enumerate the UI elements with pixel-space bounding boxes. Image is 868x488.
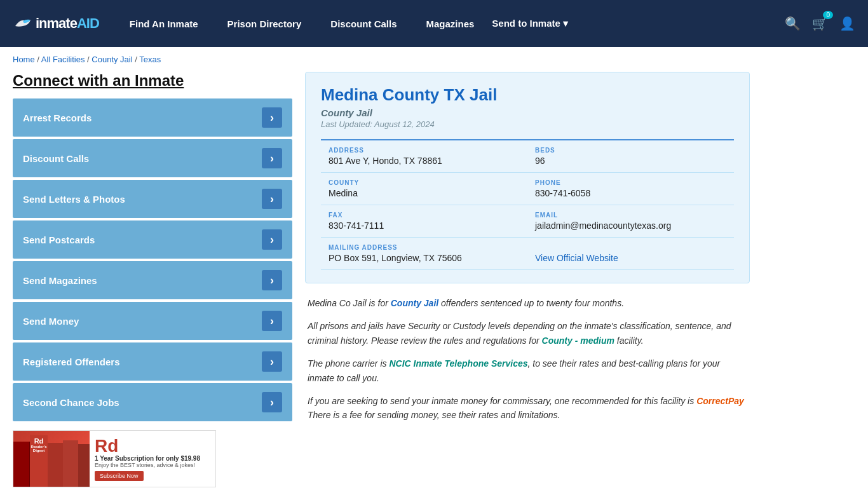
email-label: EMAIL bbox=[535, 212, 726, 219]
nav-find-inmate[interactable]: Find An Inmate bbox=[118, 18, 210, 29]
county-value: Medina bbox=[329, 188, 520, 198]
fax-cell: FAX 830-741-7111 bbox=[321, 205, 527, 238]
arrow-icon-arrest: › bbox=[262, 107, 282, 128]
sidebar-label-send-letters: Send Letters & Photos bbox=[23, 194, 125, 205]
phone-cell: PHONE 830-741-6058 bbox=[527, 173, 734, 205]
desc-para-1: Medina Co Jail is for County Jail offend… bbox=[308, 296, 747, 310]
arrow-icon-second-chance: › bbox=[262, 392, 282, 412]
website-cell: View Official Website bbox=[527, 238, 734, 270]
fax-value: 830-741-7111 bbox=[329, 220, 520, 231]
email-cell: EMAIL jailadmin@medinacountytexas.org bbox=[527, 205, 734, 238]
logo[interactable]: inmateAID bbox=[13, 15, 99, 32]
main-container: Connect with an Inmate Arrest Records › … bbox=[0, 72, 763, 488]
sidebar-title: Connect with an Inmate bbox=[13, 72, 292, 90]
mailing-cell: MAILING ADDRESS PO Box 591, Longview, TX… bbox=[321, 238, 527, 270]
fax-label: FAX bbox=[329, 212, 520, 219]
arrow-icon-postcards: › bbox=[262, 229, 282, 250]
facility-updated: Last Updated: August 12, 2024 bbox=[321, 119, 734, 129]
nav-magazines[interactable]: Magazines bbox=[415, 18, 486, 29]
desc-link-correctpay[interactable]: CorrectPay bbox=[696, 396, 744, 406]
sidebar-ad[interactable]: Rd Reader's Digest Rd 1 Year Subscriptio… bbox=[13, 430, 216, 487]
cart-icon[interactable]: 🛒 0 bbox=[812, 16, 828, 31]
sidebar-label-offenders: Registered Offenders bbox=[23, 356, 120, 367]
ad-promo-line2: Enjoy the BEST stories, advice & jokes! bbox=[95, 462, 210, 468]
rd-logo: Rd bbox=[95, 437, 210, 455]
sidebar-menu: Arrest Records › Discount Calls › Send L… bbox=[13, 98, 292, 421]
desc-para-4: If you are seeking to send your inmate m… bbox=[308, 394, 747, 423]
sidebar-item-registered-offenders[interactable]: Registered Offenders › bbox=[13, 342, 292, 381]
email-value: jailadmin@medinacountytexas.org bbox=[535, 220, 726, 231]
sidebar-label-money: Send Money bbox=[23, 316, 79, 327]
sidebar-label-postcards: Send Postcards bbox=[23, 234, 95, 245]
phone-value: 830-741-6058 bbox=[535, 188, 726, 198]
arrow-icon-money: › bbox=[262, 311, 282, 331]
sidebar-item-arrest-records[interactable]: Arrest Records › bbox=[13, 98, 292, 137]
desc-link-county-jail[interactable]: County Jail bbox=[391, 298, 438, 308]
facility-description: Medina Co Jail is for County Jail offend… bbox=[305, 296, 750, 423]
cart-badge: 0 bbox=[823, 11, 833, 19]
desc-link-ncic[interactable]: NCIC Inmate Telephone Services bbox=[389, 358, 527, 369]
navbar: inmateAID Find An Inmate Prison Director… bbox=[0, 0, 868, 47]
county-cell: COUNTY Medina bbox=[321, 173, 527, 205]
desc-para-2: All prisons and jails have Security or C… bbox=[308, 319, 747, 348]
sidebar-item-send-letters[interactable]: Send Letters & Photos › bbox=[13, 180, 292, 218]
sidebar-label-magazines: Send Magazines bbox=[23, 275, 97, 286]
nav-prison-directory[interactable]: Prison Directory bbox=[216, 18, 313, 29]
search-icon[interactable]: 🔍 bbox=[785, 16, 801, 31]
breadcrumb: Home / All Facilities / County Jail / Te… bbox=[0, 47, 868, 72]
nav-links: Find An Inmate Prison Directory Discount… bbox=[118, 18, 785, 29]
address-label: ADDRESS bbox=[329, 147, 520, 154]
phone-label: PHONE bbox=[535, 179, 726, 186]
sidebar-label-discount-calls: Discount Calls bbox=[23, 153, 89, 164]
mailing-label: MAILING ADDRESS bbox=[329, 244, 520, 251]
arrow-icon-magazines: › bbox=[262, 270, 282, 290]
facility-type: County Jail bbox=[321, 107, 734, 118]
ad-text-area: Rd 1 Year Subscription for only $19.98 E… bbox=[90, 431, 215, 487]
nav-discount-calls[interactable]: Discount Calls bbox=[319, 18, 408, 29]
logo-text-inmate: inmate bbox=[36, 15, 77, 32]
breadcrumb-home[interactable]: Home bbox=[13, 55, 35, 64]
beds-cell: BEDS 96 bbox=[527, 140, 734, 173]
address-value: 801 Ave Y, Hondo, TX 78861 bbox=[329, 156, 520, 166]
website-spacer bbox=[535, 244, 726, 251]
official-website-link[interactable]: View Official Website bbox=[535, 253, 618, 263]
address-cell: ADDRESS 801 Ave Y, Hondo, TX 78861 bbox=[321, 140, 527, 173]
sidebar-item-second-chance[interactable]: Second Chance Jobs › bbox=[13, 383, 292, 421]
facility-card: Medina County TX Jail County Jail Last U… bbox=[305, 72, 750, 283]
content-area: Medina County TX Jail County Jail Last U… bbox=[305, 72, 750, 487]
sidebar-label-second-chance: Second Chance Jobs bbox=[23, 397, 119, 408]
ad-magazines-visual: Rd Reader's Digest bbox=[13, 430, 90, 487]
desc-link-county-medium[interactable]: County - medium bbox=[542, 336, 614, 346]
county-label: COUNTY bbox=[329, 179, 520, 186]
mailing-value: PO Box 591, Longview, TX 75606 bbox=[329, 253, 520, 263]
sidebar-label-arrest-records: Arrest Records bbox=[23, 112, 92, 123]
sidebar: Connect with an Inmate Arrest Records › … bbox=[13, 72, 292, 487]
arrow-icon-offenders: › bbox=[262, 351, 282, 372]
desc-para-3: The phone carrier is NCIC Inmate Telepho… bbox=[308, 356, 747, 385]
ad-subscribe-button[interactable]: Subscribe Now bbox=[95, 471, 144, 481]
user-icon[interactable]: 👤 bbox=[839, 16, 855, 31]
nav-send-to-inmate[interactable]: Send to Inmate ▾ bbox=[492, 18, 568, 29]
arrow-icon-letters: › bbox=[262, 189, 282, 209]
sidebar-item-send-postcards[interactable]: Send Postcards › bbox=[13, 220, 292, 259]
breadcrumb-texas[interactable]: Texas bbox=[139, 55, 161, 64]
beds-label: BEDS bbox=[535, 147, 726, 154]
beds-value: 96 bbox=[535, 156, 726, 166]
breadcrumb-county-jail[interactable]: County Jail bbox=[92, 55, 132, 64]
sidebar-item-send-money[interactable]: Send Money › bbox=[13, 302, 292, 340]
ad-promo-line1: 1 Year Subscription for only $19.98 bbox=[95, 455, 210, 462]
sidebar-item-discount-calls[interactable]: Discount Calls › bbox=[13, 139, 292, 177]
facility-name: Medina County TX Jail bbox=[321, 85, 734, 105]
sidebar-item-send-magazines[interactable]: Send Magazines › bbox=[13, 261, 292, 299]
arrow-icon-discount: › bbox=[262, 148, 282, 168]
nav-actions: 🔍 🛒 0 👤 bbox=[785, 16, 855, 31]
breadcrumb-all-facilities[interactable]: All Facilities bbox=[41, 55, 85, 64]
logo-text-aid: AID bbox=[77, 15, 99, 32]
facility-details: ADDRESS 801 Ave Y, Hondo, TX 78861 BEDS … bbox=[321, 139, 734, 270]
